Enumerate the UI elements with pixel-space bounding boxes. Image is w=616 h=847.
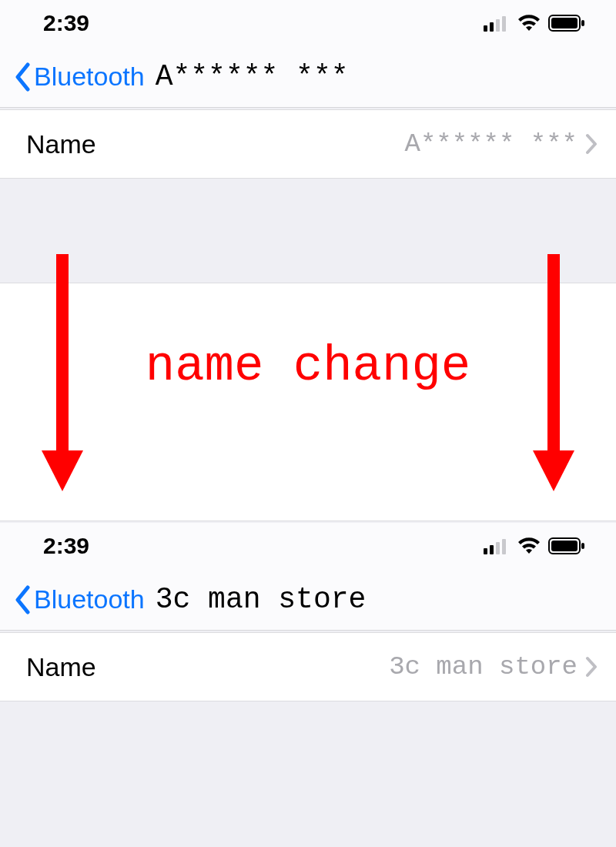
svg-rect-6 [581,20,584,26]
chevron-left-icon [14,585,31,614]
row-value-name: 3c man store [389,652,578,681]
separator [0,179,616,283]
nav-bar: Bluetooth A****** *** [0,46,616,108]
panel-before: 2:39 [0,0,616,179]
svg-rect-13 [581,543,584,549]
page-title: 3c man store [156,583,367,616]
row-value-name: A****** *** [405,129,578,159]
battery-icon [548,537,585,554]
status-time: 2:39 [43,533,89,559]
cellular-icon [484,15,510,32]
svg-rect-8 [490,545,494,554]
back-label: Bluetooth [34,62,145,92]
chevron-right-icon [585,656,598,678]
back-button[interactable]: Bluetooth [14,584,145,614]
battery-icon [548,15,585,32]
name-row[interactable]: Name A****** *** [0,109,616,179]
back-button[interactable]: Bluetooth [14,62,145,92]
back-label: Bluetooth [34,584,145,614]
row-label-name: Name [26,652,96,682]
svg-rect-1 [490,22,494,32]
wifi-icon [517,537,541,554]
chevron-left-icon [14,62,31,92]
nav-bar: Bluetooth 3c man store [0,569,616,631]
page-title: A****** *** [156,60,349,93]
row-label-name: Name [26,129,96,159]
name-row[interactable]: Name 3c man store [0,632,616,701]
status-time: 2:39 [43,10,89,36]
svg-rect-2 [496,19,500,32]
chevron-right-icon [585,133,598,155]
svg-rect-0 [484,25,487,32]
separator [0,701,616,847]
status-bar: 2:39 [0,523,616,569]
svg-rect-3 [502,16,506,32]
blank-panel [0,283,616,521]
cellular-icon [484,537,510,554]
panel-after: 2:39 Bluetooth [0,523,616,701]
svg-rect-5 [551,18,578,28]
wifi-icon [517,15,541,32]
svg-rect-12 [551,541,578,551]
svg-rect-7 [484,548,487,554]
svg-rect-10 [502,539,506,554]
status-bar: 2:39 [0,0,616,46]
svg-rect-9 [496,542,500,554]
